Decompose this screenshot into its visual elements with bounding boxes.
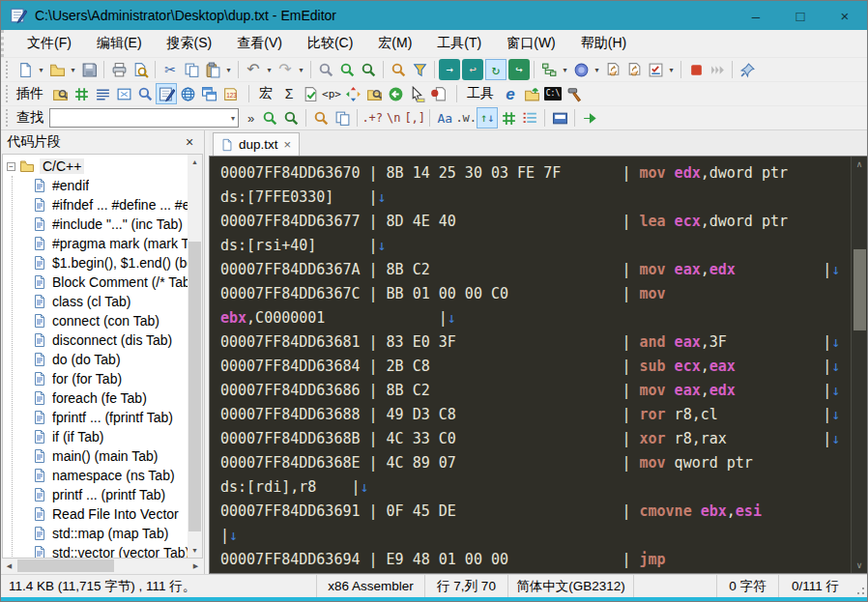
- toolbar-grip[interactable]: [6, 85, 11, 102]
- open-file-button[interactable]: [46, 59, 68, 80]
- charset-toggle-button[interactable]: [,]: [404, 107, 425, 129]
- macro-back-button[interactable]: [385, 83, 406, 104]
- menu-window[interactable]: 窗口(W): [495, 32, 567, 55]
- snippet-item[interactable]: $1.begin(), $1.end() (be: [3, 253, 188, 272]
- wrap-return-button[interactable]: ↩: [462, 59, 483, 80]
- editor-lines[interactable]: 00007FF84DD63670 | 8B 14 25 30 03 FE 7F …: [210, 157, 851, 573]
- snippet-item[interactable]: class (cl Tab): [3, 292, 188, 311]
- replace-button[interactable]: [388, 59, 409, 80]
- paste-button[interactable]: [202, 59, 223, 80]
- maximize-button[interactable]: □: [778, 1, 823, 30]
- combo-dropdown-icon[interactable]: ▾: [228, 109, 238, 127]
- open-file-dropdown[interactable]: ▾: [68, 59, 78, 80]
- snippet-item[interactable]: do (do Tab): [3, 350, 188, 369]
- toolbar-grip[interactable]: [6, 61, 11, 78]
- find-previous-button[interactable]: [358, 59, 379, 80]
- snippet-item[interactable]: #endif: [3, 176, 188, 195]
- macro-record-button[interactable]: [602, 59, 623, 80]
- print-preview-button[interactable]: [130, 59, 151, 80]
- tree-expander-icon[interactable]: −: [7, 162, 15, 171]
- find-prev-green-button[interactable]: [280, 107, 302, 129]
- status-encoding[interactable]: 简体中文(GB2312): [507, 575, 633, 597]
- snippet-item[interactable]: Read File Into Vector: [3, 504, 188, 524]
- print-button[interactable]: [108, 59, 130, 80]
- scroll-down-icon[interactable]: ∨: [852, 558, 867, 573]
- scroll-up-icon[interactable]: ∧: [852, 157, 867, 172]
- find-in-files-button[interactable]: [310, 107, 332, 129]
- snippet-item[interactable]: std::vector (vector Tab): [3, 543, 188, 558]
- snippet-item[interactable]: Block Comment (/* Tab): [3, 272, 188, 292]
- scroll-thumb[interactable]: [188, 242, 201, 531]
- macro-foldermag-button[interactable]: [363, 83, 385, 104]
- snippet-root-label[interactable]: C/C++: [40, 158, 84, 174]
- outline-dropdown[interactable]: ▾: [560, 59, 570, 80]
- snippet-item[interactable]: for (for Tab): [3, 369, 188, 388]
- macro-play-button[interactable]: [623, 59, 645, 80]
- status-selected-chars[interactable]: 0 字符: [716, 575, 778, 597]
- record-stop-button[interactable]: [685, 59, 707, 80]
- snippets-horizontal-scrollbar[interactable]: ◀ ▶: [2, 559, 203, 573]
- menu-file[interactable]: 文件(F): [15, 32, 83, 55]
- paste-dropdown[interactable]: ▾: [223, 59, 234, 80]
- outline-button[interactable]: [538, 59, 560, 80]
- macro-select-dropdown[interactable]: ▾: [666, 59, 677, 80]
- minimize-button[interactable]: –: [734, 1, 778, 30]
- find-input[interactable]: [50, 110, 228, 126]
- snippets-vertical-scrollbar[interactable]: ▲ ▼: [188, 155, 202, 558]
- display-mode-button[interactable]: [549, 107, 570, 129]
- tool-cmd-button[interactable]: C:\: [542, 83, 564, 104]
- menu-view[interactable]: 查看(V): [225, 32, 294, 55]
- menu-edit[interactable]: 编辑(E): [85, 32, 154, 55]
- find-next-button[interactable]: [336, 59, 358, 80]
- snippet-item[interactable]: if (if Tab): [3, 427, 188, 446]
- plugin-snippets-button[interactable]: [156, 83, 177, 104]
- find-combobox[interactable]: ▾: [49, 108, 239, 128]
- snippets-panel-close-button[interactable]: ×: [181, 133, 198, 151]
- plugin-webpreview-button[interactable]: [177, 83, 198, 104]
- syntax-theme-button[interactable]: [570, 59, 592, 80]
- find-button[interactable]: [315, 59, 336, 80]
- menu-macro[interactable]: 宏(M): [366, 32, 423, 55]
- toolbar-grip[interactable]: [6, 109, 11, 127]
- status-caret-position[interactable]: 行 7,列 70: [424, 575, 507, 597]
- escape-seq-toggle-button[interactable]: \n: [383, 107, 404, 129]
- undo-dropdown[interactable]: ▾: [264, 59, 275, 80]
- snippet-item[interactable]: printf ... (printf Tab): [3, 485, 188, 504]
- new-file-dropdown[interactable]: ▾: [36, 59, 46, 80]
- plugin-numbering-button[interactable]: [219, 83, 241, 104]
- snippet-item[interactable]: #pragma mark (mark Tab): [3, 234, 188, 253]
- tool-hammer-button[interactable]: [564, 83, 585, 104]
- status-line-count[interactable]: 0/111 行: [778, 575, 852, 597]
- undo-button[interactable]: ↶: [243, 59, 264, 80]
- plugin-wordcount-button[interactable]: [92, 83, 113, 104]
- macro-arrows-button[interactable]: [342, 83, 363, 104]
- match-case-toggle-button[interactable]: Aa: [434, 107, 455, 129]
- snippet-root-folder[interactable]: − C/C++: [3, 157, 188, 176]
- play-repeat-button[interactable]: [707, 59, 728, 80]
- plugin-cascade-button[interactable]: [198, 83, 219, 104]
- macro-checkdoc-button[interactable]: [300, 83, 321, 104]
- menu-tools[interactable]: 工具(T): [425, 32, 493, 55]
- snippet-item[interactable]: connect (con Tab): [3, 311, 188, 330]
- whole-word-toggle-button[interactable]: .w.: [455, 107, 477, 129]
- redo-button[interactable]: ↷: [275, 59, 296, 80]
- snippet-item[interactable]: main() (main Tab): [3, 446, 188, 466]
- macro-sigma-button[interactable]: Σ: [278, 83, 300, 104]
- macro-ptag-button[interactable]: <p>: [321, 83, 342, 104]
- new-file-button[interactable]: [14, 59, 36, 80]
- tool-browser-button[interactable]: e: [500, 83, 521, 104]
- scroll-down-icon[interactable]: ▼: [188, 543, 202, 558]
- syntax-theme-dropdown[interactable]: ▾: [592, 59, 602, 80]
- save-button[interactable]: [78, 59, 100, 80]
- close-button[interactable]: ×: [823, 1, 867, 30]
- menu-search[interactable]: 搜索(S): [156, 32, 224, 55]
- copy-results-button[interactable]: [332, 107, 353, 129]
- snippet-item[interactable]: #ifndef ... #define ... #e: [3, 195, 188, 215]
- tab-close-icon[interactable]: ×: [283, 137, 293, 152]
- go-button[interactable]: [579, 107, 600, 129]
- plugin-search-button[interactable]: [134, 83, 156, 104]
- editor-area[interactable]: 00007FF84DD63670 | 8B 14 25 30 03 FE 7F …: [209, 156, 867, 574]
- macro-cursor-button[interactable]: [406, 83, 427, 104]
- status-syntax[interactable]: x86 Assembler: [316, 575, 424, 597]
- scroll-thumb[interactable]: [854, 249, 866, 330]
